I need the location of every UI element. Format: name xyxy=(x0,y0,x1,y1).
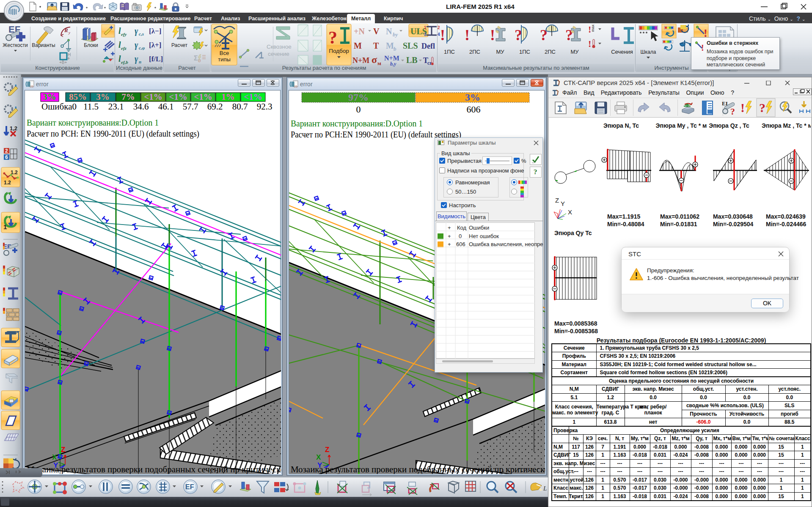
svg-text:Z: Z xyxy=(325,446,329,454)
svg-text:M: M xyxy=(386,41,394,50)
svg-text:SLS: SLS xyxy=(403,41,418,50)
svg-text:Min=-0.48084: Min=-0.48084 xyxy=(607,221,644,227)
svg-text:Конструирование: Конструирование xyxy=(35,65,80,71)
svg-text:?: ? xyxy=(328,28,337,47)
svg-text:!: ! xyxy=(740,101,745,115)
svg-text:N: N xyxy=(386,27,392,36)
svg-text:3: 3 xyxy=(424,32,427,37)
svg-text:Сечения: Сечения xyxy=(611,49,633,55)
svg-text:[λ+]: [λ+] xyxy=(149,41,161,49)
svg-text:Мозаика результатов проверки п: Мозаика результатов проверки подобранных… xyxy=(291,464,545,474)
svg-text:?: ? xyxy=(759,101,765,115)
svg-text:69.2: 69.2 xyxy=(207,101,223,112)
svg-text:Максимальные результаты по эле: Максимальные результаты по элементам xyxy=(483,65,589,71)
svg-text:Max=0.0085368: Max=0.0085368 xyxy=(554,320,597,327)
svg-text:2ПС: 2ПС xyxy=(469,49,480,55)
svg-text:Шкала: Шкала xyxy=(641,49,656,55)
svg-text:Исходные данные: Исходные данные xyxy=(116,65,162,71)
svg-text:[f/L]: [f/L] xyxy=(149,55,163,63)
svg-text:!: ! xyxy=(701,43,704,52)
svg-text:57.7: 57.7 xyxy=(183,101,198,112)
svg-text:Результаты расчета по сечениям: Результаты расчета по сечениям xyxy=(282,65,366,71)
svg-text:T: T xyxy=(373,41,379,50)
svg-text:M: M xyxy=(354,41,362,50)
svg-text:Варианты: Варианты xyxy=(32,42,55,48)
svg-text:85%: 85% xyxy=(69,92,87,102)
svg-text:1%: 1% xyxy=(221,92,235,102)
svg-text:!: ! xyxy=(465,27,470,44)
svg-text:?: ? xyxy=(730,106,735,117)
svg-text:!: ! xyxy=(440,27,445,44)
svg-text:<1%: <1% xyxy=(169,92,187,102)
svg-text:92.3: 92.3 xyxy=(257,101,273,112)
svg-text:МУ: МУ xyxy=(496,49,504,55)
svg-text:Max=1.1915: Max=1.1915 xyxy=(607,213,640,220)
svg-text:+N: +N xyxy=(354,27,365,36)
svg-text:γ: γ xyxy=(135,54,138,64)
svg-text:Min=-0.029504: Min=-0.029504 xyxy=(713,221,754,227)
svg-text:97%: 97% xyxy=(348,92,369,103)
svg-text:34.6: 34.6 xyxy=(133,101,149,112)
svg-text:EF: EF xyxy=(185,483,194,491)
svg-text:Вариант конструирования:D.Opti: Вариант конструирования:D.Option 1 xyxy=(291,118,423,129)
svg-text:ef,b: ef,b xyxy=(121,60,128,65)
svg-text:1ПС: 1ПС xyxy=(444,49,455,55)
svg-text:Min=-0.01831: Min=-0.01831 xyxy=(660,221,697,227)
svg-text:6: 6 xyxy=(5,154,8,160)
svg-text:Max=0.030648: Max=0.030648 xyxy=(713,213,753,220)
svg-text:0: 0 xyxy=(356,104,361,115)
svg-text:Эпюра Qz , Тс: Эпюра Qz , Тс xyxy=(709,122,749,129)
svg-text:Эпюра Mz , Тс * м: Эпюра Mz , Тс * м xyxy=(762,122,811,129)
svg-text:!: ! xyxy=(490,27,495,44)
svg-text:R: R xyxy=(64,27,68,33)
svg-text:max: max xyxy=(591,24,595,32)
svg-text:Min=-0.024466: Min=-0.024466 xyxy=(766,221,806,227)
svg-text:1,2: 1,2 xyxy=(10,125,17,132)
svg-text:H: H xyxy=(68,52,71,57)
svg-text:3%: 3% xyxy=(465,92,480,103)
svg-text:типы: типы xyxy=(218,56,231,63)
svg-text:<1%: <1% xyxy=(194,92,212,102)
svg-text:efz: efz xyxy=(121,46,127,51)
svg-text:+B+: +B+ xyxy=(59,60,67,65)
svg-text:Вариант конструирования:D.Opti: Вариант конструирования:D.Option 1 xyxy=(27,117,159,128)
svg-text:МУ: МУ xyxy=(570,49,579,55)
svg-text:25: 25 xyxy=(30,85,33,88)
svg-text:Результаты подбора (Eurocode E: Результаты подбора (Eurocode EN 1993-1-1… xyxy=(597,337,766,344)
svg-text:γ: γ xyxy=(135,26,138,36)
svg-text:L: L xyxy=(543,485,547,492)
svg-text:Блоки: Блоки xyxy=(84,42,98,48)
svg-text:1: 1 xyxy=(424,25,427,30)
svg-text:X: X xyxy=(568,208,572,216)
svg-text:<1%: <1% xyxy=(144,92,162,102)
svg-text:46.1: 46.1 xyxy=(158,101,174,112)
svg-text:2ПС: 2ПС xyxy=(545,49,556,55)
svg-text:Defl: Defl xyxy=(421,42,435,50)
svg-text:25: 25 xyxy=(294,85,297,88)
svg-text:Расчет по РСН: EN 1990-2011 (E: Расчет по РСН: EN 1990-2011 (EU) (defaul… xyxy=(27,128,199,139)
svg-text:Расчет: Расчет xyxy=(178,65,195,71)
svg-text:n: n xyxy=(139,59,141,64)
svg-text:Жесткости: Жесткости xyxy=(3,42,28,48)
svg-text:1: 1 xyxy=(3,223,7,230)
svg-text:y: y xyxy=(68,30,70,35)
svg-text:c,φ: c,φ xyxy=(139,45,145,50)
svg-text:Сквозное: Сквозное xyxy=(267,44,292,50)
svg-text:σ: σ xyxy=(372,54,377,65)
svg-text:Max=0.011062: Max=0.011062 xyxy=(660,213,699,220)
svg-text:3%: 3% xyxy=(96,92,110,102)
svg-text:Ошибка0: Ошибка0 xyxy=(41,101,77,112)
svg-text:Z: Z xyxy=(555,197,559,204)
svg-text:м: м xyxy=(377,60,381,66)
svg-text:γ: γ xyxy=(135,40,138,50)
svg-text:!: ! xyxy=(588,38,591,49)
svg-text:2: 2 xyxy=(5,148,8,154)
svg-text:[λ−]: [λ−] xyxy=(149,27,161,35)
svg-text:c,s: c,s xyxy=(139,31,144,36)
svg-text:Max=0.024639: Max=0.024639 xyxy=(766,213,806,220)
svg-text:?: ? xyxy=(534,168,537,176)
svg-text:efy: efy xyxy=(121,32,127,37)
svg-text:3%: 3% xyxy=(43,92,56,102)
svg-text:Min=-0.0085368: Min=-0.0085368 xyxy=(554,328,598,334)
svg-text:Инструменты: Инструменты xyxy=(654,65,688,71)
